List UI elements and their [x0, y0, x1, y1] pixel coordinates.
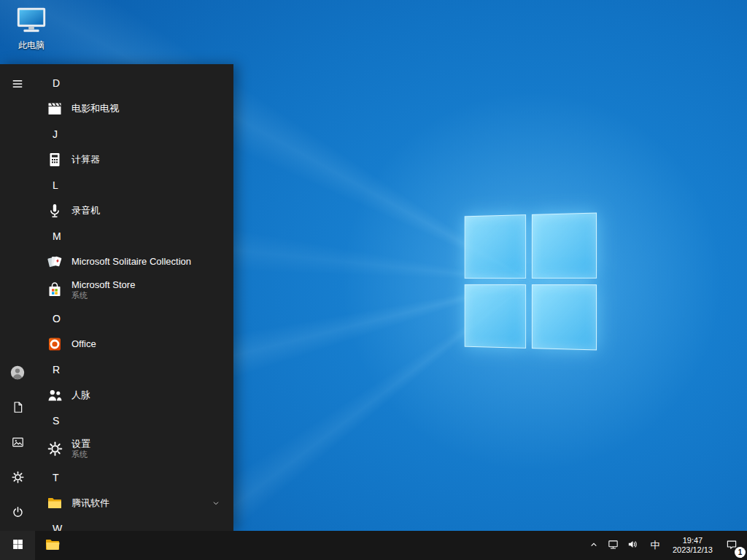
start-menu-app-list: D 电影和电视 J 计算器 L 录音机 M Microsof: [35, 64, 233, 531]
chevron-up-icon: [588, 539, 600, 553]
document-icon: [11, 400, 25, 416]
solitaire-cards-icon: [45, 252, 64, 271]
start-app-solitaire[interactable]: Microsoft Solitaire Collection: [35, 249, 233, 274]
section-letter-o[interactable]: O: [35, 306, 233, 331]
calculator-icon: [45, 150, 64, 169]
app-name: 电影和电视: [71, 103, 119, 114]
start-app-settings[interactable]: 设置 系统: [35, 433, 233, 464]
ime-indicator[interactable]: 中: [643, 531, 667, 560]
account-button[interactable]: [0, 356, 35, 391]
section-letter-s[interactable]: S: [35, 408, 233, 433]
app-name: Microsoft Store: [71, 279, 135, 291]
office-icon: [45, 335, 64, 354]
section-letter-m[interactable]: M: [35, 223, 233, 249]
windows-logo-icon: [12, 538, 24, 553]
microphone-icon: [45, 201, 64, 220]
gear-icon: [11, 470, 25, 486]
start-button[interactable]: [0, 531, 35, 560]
section-letter-label: S: [53, 415, 59, 427]
folder-icon: [45, 494, 64, 513]
section-letter-label: T: [53, 472, 59, 483]
app-name: 录音机: [71, 205, 100, 217]
section-letter-t[interactable]: T: [35, 464, 233, 490]
section-letter-label: M: [53, 230, 61, 242]
speaker-icon: [627, 538, 639, 553]
chevron-down-icon[interactable]: [210, 497, 222, 509]
section-letter-label: W: [53, 523, 62, 532]
section-letter-label: J: [53, 128, 58, 140]
app-name: 腾讯软件: [71, 497, 109, 509]
windows-logo-pane: [532, 213, 597, 279]
app-subtitle: 系统: [71, 450, 90, 459]
section-letter-label: O: [53, 313, 61, 324]
action-center-button[interactable]: 1: [718, 531, 746, 560]
tray-date: 2023/12/13: [673, 545, 713, 555]
network-button[interactable]: [603, 531, 623, 560]
power-icon: [11, 505, 25, 521]
app-subtitle: 系统: [71, 291, 135, 300]
pictures-icon: [11, 435, 25, 451]
section-letter-label: D: [53, 77, 60, 89]
gear-icon: [45, 440, 64, 459]
section-letter-l[interactable]: L: [35, 172, 233, 198]
start-app-calculator[interactable]: 计算器: [35, 147, 233, 172]
pictures-button[interactable]: [0, 426, 35, 461]
expand-menu-button[interactable]: [0, 67, 35, 102]
section-letter-w[interactable]: W: [35, 516, 233, 531]
volume-button[interactable]: [623, 531, 643, 560]
notification-badge: 1: [735, 547, 746, 558]
tray-time: 19:47: [673, 536, 713, 545]
this-pc-label: 此电脑: [18, 39, 44, 52]
app-name: Office: [71, 338, 96, 350]
power-button[interactable]: [0, 496, 35, 531]
hamburger-icon: [10, 77, 25, 93]
section-letter-label: L: [53, 179, 58, 191]
settings-button[interactable]: [0, 461, 35, 496]
start-app-microsoft-store[interactable]: Microsoft Store 系统: [35, 274, 233, 306]
taskbar: 中 19:47 2023/12/13 1: [0, 531, 747, 560]
start-app-voice-recorder[interactable]: 录音机: [35, 198, 233, 223]
start-app-movies-tv[interactable]: 电影和电视: [35, 96, 233, 121]
desktop-icon-this-pc[interactable]: 此电脑: [7, 6, 55, 52]
windows-logo-pane: [465, 284, 526, 349]
taskbar-clock[interactable]: 19:47 2023/12/13: [667, 536, 718, 555]
windows-logo-pane: [532, 284, 597, 350]
network-icon: [607, 538, 619, 553]
section-letter-r[interactable]: R: [35, 357, 233, 382]
section-letter-d[interactable]: D: [35, 70, 233, 96]
people-icon: [45, 386, 64, 405]
start-app-office[interactable]: Office: [35, 331, 233, 357]
system-tray: 中 19:47 2023/12/13 1: [584, 531, 747, 560]
file-explorer-folder-icon: [44, 536, 61, 556]
user-avatar-icon: [9, 365, 26, 383]
this-pc-monitor-icon: [15, 6, 48, 38]
file-explorer-button[interactable]: [35, 531, 70, 560]
app-name: 人脉: [71, 389, 90, 401]
store-bag-icon: [45, 281, 64, 300]
documents-button[interactable]: [0, 391, 35, 426]
section-letter-j[interactable]: J: [35, 121, 233, 147]
movies-tv-icon: [45, 99, 64, 118]
ime-label: 中: [646, 539, 664, 552]
start-menu-rail: [0, 64, 35, 531]
section-letter-label: R: [53, 364, 60, 376]
start-menu: D 电影和电视 J 计算器 L 录音机 M Microsof: [0, 64, 233, 531]
start-app-people[interactable]: 人脉: [35, 382, 233, 408]
wallpaper-windows-logo: [465, 213, 597, 351]
app-name: Microsoft Solitaire Collection: [71, 256, 191, 268]
tray-overflow-button[interactable]: [584, 531, 603, 560]
app-name: 设置: [71, 438, 90, 450]
windows-logo-pane: [465, 214, 526, 279]
app-name: 计算器: [71, 154, 100, 166]
start-folder-tencent[interactable]: 腾讯软件: [35, 490, 233, 516]
